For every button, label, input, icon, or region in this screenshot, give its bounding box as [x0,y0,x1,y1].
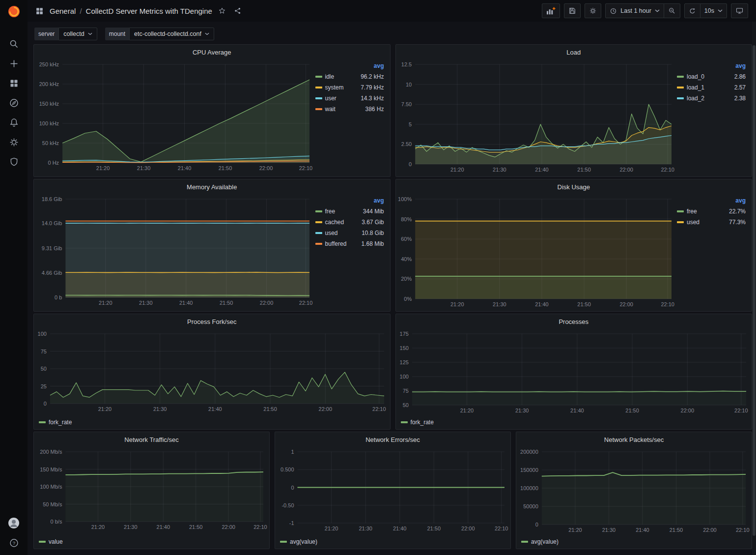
series-color-dash [677,97,684,99]
legend-item[interactable]: load_22.38 [677,95,746,102]
legend-item[interactable]: load_12.57 [677,84,746,91]
series-name[interactable]: used [687,219,700,226]
series-name[interactable]: buffered [325,240,347,247]
series-name[interactable]: used [325,230,338,236]
zoom-out-button[interactable] [664,3,680,18]
series-name[interactable]: fork_rate [49,419,72,426]
svg-text:?: ? [12,540,15,546]
series-name[interactable]: free [687,208,697,215]
grafana-logo[interactable] [7,5,21,20]
dashboards-icon[interactable] [4,76,24,90]
legend-item[interactable]: fork_rate [39,419,72,426]
scrollbar-thumb[interactable] [753,45,756,536]
cycle-view-button[interactable] [731,3,748,18]
time-series-chart[interactable]: 0 b4.66 Gib9.31 Gib14.0 Gib18.6 Gib21:20… [34,194,315,311]
series-color-dash [315,87,322,88]
legend-item[interactable]: user14.3 kHz [315,95,384,102]
svg-text:12.5: 12.5 [401,61,411,67]
legend-item[interactable]: avg(value) [280,538,317,545]
legend-item[interactable]: used10.8 Gib [315,230,384,236]
time-picker-button[interactable]: Last 1 hour [605,3,664,18]
panel-title[interactable]: Disk Usage [396,179,752,194]
legend-item[interactable]: free344 Mib [315,208,384,215]
time-series-chart[interactable]: 0 Hz50 kHz100 kHz150 kHz200 kHz250 kHz21… [34,59,315,176]
svg-text:21:20: 21:20 [460,408,474,413]
star-icon[interactable] [216,6,228,16]
svg-text:21:20: 21:20 [91,524,105,530]
legend-item[interactable]: idle96.2 kHz [315,73,384,80]
variable-value-dropdown[interactable]: collectd [58,28,97,40]
svg-text:150: 150 [399,345,408,351]
legend-item[interactable]: fork_rate [401,419,434,426]
legend-item[interactable]: buffered1.68 Mib [315,240,384,247]
legend-item[interactable]: free22.7% [677,208,746,215]
series-name[interactable]: user [325,95,336,102]
legend-item[interactable]: load_02.86 [677,73,746,80]
time-series-chart[interactable]: 0%20%40%60%80%100%21:2021:3021:4021:5022… [396,194,677,311]
refresh-interval-dropdown[interactable]: 10s [700,3,727,18]
panel-title[interactable]: Network Errors/sec [275,432,510,447]
svg-text:100 Mb/s: 100 Mb/s [40,484,62,490]
series-name[interactable]: load_2 [687,95,704,102]
legend-item[interactable]: used77.3% [677,219,746,226]
breadcrumb-section[interactable]: General [50,7,76,15]
legend-item[interactable]: cached3.67 Gib [315,219,384,226]
legend-item[interactable]: system7.79 kHz [315,84,384,91]
series-name[interactable]: wait [325,106,336,113]
svg-text:250 kHz: 250 kHz [39,61,59,67]
series-name[interactable]: fork_rate [411,419,434,426]
time-series-chart[interactable]: 507510012515017521:2021:3021:4021:5022:0… [396,329,752,417]
svg-text:60%: 60% [401,236,412,242]
panel-title[interactable]: Network Traffic/sec [34,432,269,447]
svg-text:22:10: 22:10 [495,526,508,531]
breadcrumb-dashboards-icon[interactable] [33,6,46,16]
configuration-gear-icon[interactable] [4,135,24,149]
time-series-chart[interactable]: -1-0.5000.500121:2021:3021:4021:5022:002… [275,447,510,537]
panel-title[interactable]: Load [396,45,752,59]
legend-item[interactable]: avg(value) [521,538,559,545]
panel-title[interactable]: Network Packets/sec [516,432,752,447]
series-name[interactable]: avg(value) [290,538,317,545]
svg-text:0: 0 [44,401,47,407]
series-name[interactable]: system [325,84,344,91]
series-name[interactable]: value [49,538,63,545]
page-scrollbar[interactable] [752,22,756,555]
panel-title[interactable]: Process Fork/sec [34,314,390,329]
legend-item[interactable]: wait386 Hz [315,106,384,113]
help-icon[interactable]: ? [4,535,24,550]
search-icon[interactable] [4,36,24,51]
add-panel-button[interactable] [542,3,560,18]
legend-item[interactable]: value [39,538,63,545]
series-avg-value: 96.2 kHz [361,73,384,80]
panel-title[interactable]: Processes [396,314,752,329]
series-name[interactable]: free [325,208,336,215]
panel-title[interactable]: Memory Available [34,179,390,194]
time-series-chart[interactable]: 0 b/s50 Mb/s100 Mb/s150 Mb/s200 Mb/s21:2… [34,447,269,537]
chart-legend: avg(value) [275,537,510,549]
variable-value-dropdown[interactable]: etc-collectd-collectd.conf [129,28,214,40]
time-series-chart[interactable]: 05000010000015000020000021:2021:3021:402… [516,447,752,537]
alerting-bell-icon[interactable] [4,115,24,130]
svg-text:-1: -1 [289,520,294,526]
time-series-chart[interactable]: 025507510021:2021:3021:4021:5022:0022:10 [34,329,390,417]
series-name[interactable]: idle [325,73,335,80]
series-name[interactable]: load_1 [687,84,704,91]
save-dashboard-button[interactable] [564,3,581,18]
series-name[interactable]: avg(value) [531,538,559,545]
series-name[interactable]: load_0 [687,73,704,80]
svg-text:22:10: 22:10 [299,165,313,171]
share-icon[interactable] [232,6,244,16]
explore-compass-icon[interactable] [4,95,24,110]
server-admin-shield-icon[interactable] [4,154,24,169]
breadcrumb: General / CollectD Server Metrics with T… [33,6,244,16]
panel-title[interactable]: CPU Average [34,45,390,59]
user-avatar[interactable] [4,516,24,530]
chart-legend: avgload_02.86load_12.57load_22.38 [677,59,752,176]
time-series-chart[interactable]: 02.5057.501012.521:2021:3021:4021:5022:0… [396,59,677,176]
create-plus-icon[interactable] [4,56,24,71]
dashboard-settings-button[interactable] [585,3,601,18]
svg-text:21:20: 21:20 [325,526,338,531]
svg-text:21:50: 21:50 [189,524,203,530]
refresh-button[interactable] [684,3,700,18]
series-name[interactable]: cached [325,219,344,226]
